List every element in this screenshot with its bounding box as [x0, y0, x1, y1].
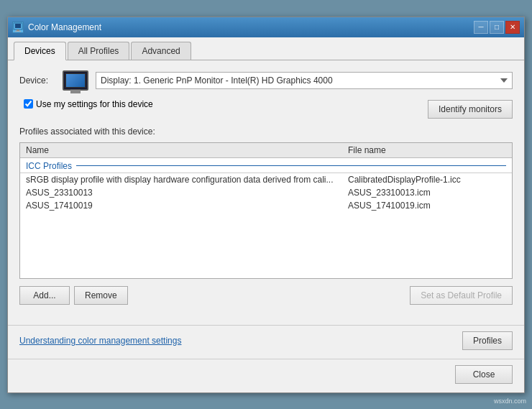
profiles-table: Name File name ICC Profiles sRGB display…: [19, 142, 513, 279]
device-label: Device:: [19, 75, 55, 86]
app-icon: [12, 22, 24, 33]
profile-file-3: ASUS_17410019.icm: [348, 201, 506, 211]
group-line: [76, 165, 506, 166]
close-button[interactable]: Close: [455, 365, 513, 384]
profile-name-1: sRGB display profile with display hardwa…: [26, 175, 348, 185]
svg-rect-1: [15, 24, 21, 28]
footer-row: Understanding color management settings …: [8, 325, 524, 359]
profiles-button[interactable]: Profiles: [462, 331, 513, 350]
use-settings-label: Use my settings for this device: [36, 99, 153, 109]
profile-file-2: ASUS_23310013.icm: [348, 188, 506, 198]
device-row: Device: Display: 1. Generic PnP Monitor …: [19, 70, 513, 91]
minimize-button[interactable]: ─: [474, 21, 488, 34]
device-select[interactable]: Display: 1. Generic PnP Monitor - Intel(…: [96, 72, 513, 89]
main-content: Device: Display: 1. Generic PnP Monitor …: [8, 60, 524, 325]
maximize-button[interactable]: □: [490, 21, 504, 34]
table-header: Name File name: [20, 143, 512, 158]
table-row[interactable]: sRGB display profile with display hardwa…: [20, 173, 512, 186]
device-controls-row: Use my settings for this device Identify…: [19, 99, 513, 119]
window-close-button[interactable]: ✕: [505, 21, 520, 34]
icc-profiles-label: ICC Profiles: [26, 161, 72, 171]
watermark: wsxdn.com: [494, 397, 526, 405]
title-bar-left: Color Management: [12, 22, 101, 33]
profile-name-2: ASUS_23310013: [26, 188, 348, 198]
svg-rect-2: [17, 29, 19, 31]
use-settings-row: Use my settings for this device: [24, 99, 153, 109]
column-file: File name: [348, 145, 506, 155]
icc-profiles-group-header: ICC Profiles: [20, 160, 512, 173]
table-row[interactable]: ASUS_23310013 ASUS_23310013.icm: [20, 186, 512, 199]
table-row[interactable]: ASUS_17410019 ASUS_17410019.icm: [20, 199, 512, 212]
tab-advanced[interactable]: Advanced: [131, 42, 191, 60]
remove-button[interactable]: Remove: [74, 286, 128, 305]
use-settings-checkbox[interactable]: [24, 99, 33, 109]
tab-bar: Devices All Profiles Advanced: [8, 37, 524, 60]
profiles-section-label: Profiles associated with this device:: [19, 127, 513, 137]
bottom-buttons-row: Add... Remove Set as Default Profile: [19, 286, 513, 305]
monitor-icon: [63, 70, 88, 91]
profile-name-3: ASUS_17410019: [26, 201, 348, 211]
monitor-screen: [65, 73, 86, 88]
identify-monitors-button[interactable]: Identify monitors: [428, 100, 513, 119]
title-bar: Color Management ─ □ ✕: [8, 17, 524, 37]
profile-file-1: CalibratedDisplayProfile-1.icc: [348, 175, 506, 185]
svg-rect-3: [15, 31, 21, 32]
column-name: Name: [26, 145, 348, 155]
close-area: Close: [8, 359, 524, 392]
table-body: ICC Profiles sRGB display profile with d…: [20, 158, 512, 213]
window-title: Color Management: [28, 22, 101, 32]
title-bar-controls: ─ □ ✕: [474, 21, 520, 34]
tab-all-profiles[interactable]: All Profiles: [68, 42, 130, 60]
set-default-profile-button[interactable]: Set as Default Profile: [410, 286, 513, 305]
color-management-window: Color Management ─ □ ✕ Devices All Profi…: [7, 17, 525, 393]
help-link[interactable]: Understanding color management settings: [19, 336, 181, 346]
bottom-left-buttons: Add... Remove: [19, 286, 128, 305]
add-button[interactable]: Add...: [19, 286, 70, 305]
tab-devices[interactable]: Devices: [14, 42, 66, 60]
